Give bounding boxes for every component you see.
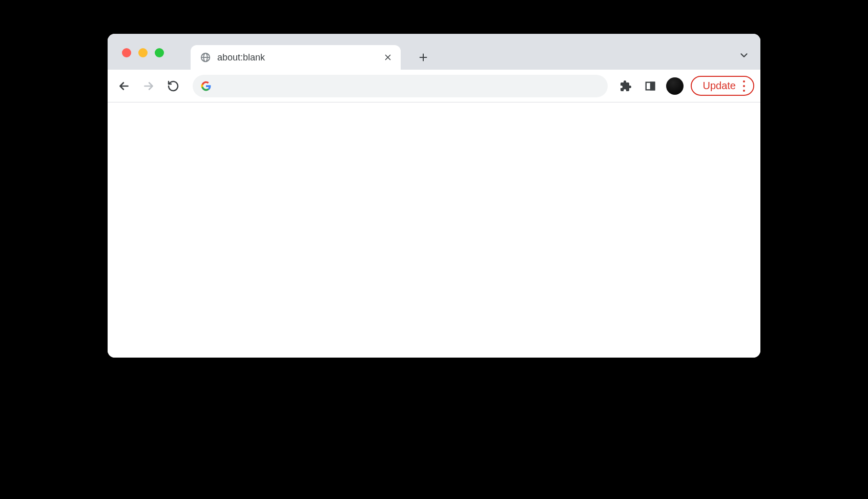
side-panel-button[interactable] bbox=[642, 77, 659, 95]
toolbar: Update bbox=[108, 70, 760, 102]
window-maximize-button[interactable] bbox=[155, 48, 164, 57]
forward-button[interactable] bbox=[138, 76, 159, 96]
tabs-dropdown-button[interactable] bbox=[736, 47, 752, 64]
svg-rect-1 bbox=[650, 82, 654, 90]
tab-title: about:blank bbox=[217, 52, 376, 63]
window-controls bbox=[122, 48, 164, 57]
profile-avatar[interactable] bbox=[666, 77, 684, 95]
globe-icon bbox=[200, 52, 211, 63]
browser-window: about:blank bbox=[108, 34, 760, 358]
new-tab-button[interactable] bbox=[413, 47, 433, 68]
back-button[interactable] bbox=[114, 76, 134, 96]
reload-button[interactable] bbox=[163, 76, 183, 96]
page-content bbox=[108, 102, 760, 358]
more-menu-icon bbox=[743, 80, 745, 92]
update-label: Update bbox=[703, 80, 736, 92]
tab-strip: about:blank bbox=[108, 34, 760, 70]
extensions-button[interactable] bbox=[617, 77, 634, 95]
google-icon bbox=[201, 81, 211, 91]
address-bar[interactable] bbox=[193, 75, 608, 97]
browser-tab[interactable]: about:blank bbox=[191, 45, 401, 70]
window-close-button[interactable] bbox=[122, 48, 131, 57]
toolbar-right: Update bbox=[617, 76, 755, 96]
address-input[interactable] bbox=[216, 81, 600, 91]
window-minimize-button[interactable] bbox=[138, 48, 148, 57]
update-button[interactable]: Update bbox=[691, 76, 755, 96]
close-tab-button[interactable] bbox=[382, 52, 394, 63]
